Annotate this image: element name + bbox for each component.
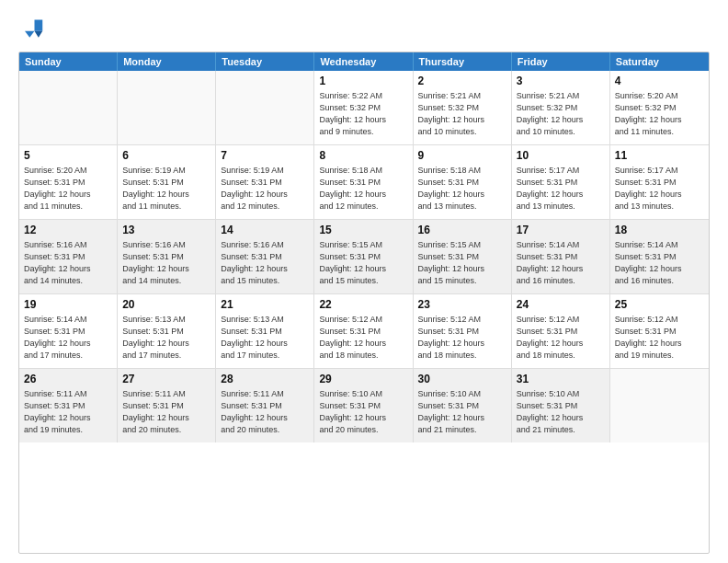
weekday-header-saturday: Saturday: [610, 52, 709, 71]
calendar: SundayMondayTuesdayWednesdayThursdayFrid…: [18, 52, 710, 554]
calendar-row-4: 19Sunrise: 5:14 AM Sunset: 5:31 PM Dayli…: [19, 294, 709, 369]
day-number: 7: [221, 149, 309, 162]
calendar-cell-6: 6Sunrise: 5:19 AM Sunset: 5:31 PM Daylig…: [118, 145, 216, 219]
calendar-cell-20: 20Sunrise: 5:13 AM Sunset: 5:31 PM Dayli…: [118, 294, 216, 368]
calendar-cell-9: 9Sunrise: 5:18 AM Sunset: 5:31 PM Daylig…: [414, 145, 512, 219]
day-info: Sunrise: 5:11 AM Sunset: 5:31 PM Dayligh…: [24, 388, 112, 436]
logo: [18, 17, 48, 42]
day-info: Sunrise: 5:20 AM Sunset: 5:32 PM Dayligh…: [615, 90, 704, 138]
calendar-row-3: 12Sunrise: 5:16 AM Sunset: 5:31 PM Dayli…: [19, 220, 709, 294]
day-number: 1: [319, 75, 407, 87]
day-number: 9: [418, 149, 506, 162]
day-number: 14: [221, 224, 309, 236]
day-number: 13: [122, 224, 210, 236]
svg-marker-0: [35, 20, 43, 31]
weekday-header-monday: Monday: [118, 52, 216, 71]
calendar-cell-12: 12Sunrise: 5:16 AM Sunset: 5:31 PM Dayli…: [19, 220, 118, 293]
calendar-cell-30: 30Sunrise: 5:10 AM Sunset: 5:31 PM Dayli…: [414, 369, 512, 442]
calendar-row-5: 26Sunrise: 5:11 AM Sunset: 5:31 PM Dayli…: [19, 369, 709, 442]
calendar-cell-7: 7Sunrise: 5:19 AM Sunset: 5:31 PM Daylig…: [216, 145, 314, 219]
calendar-cell-11: 11Sunrise: 5:17 AM Sunset: 5:31 PM Dayli…: [610, 145, 709, 219]
day-info: Sunrise: 5:15 AM Sunset: 5:31 PM Dayligh…: [418, 239, 506, 287]
day-number: 26: [24, 373, 112, 385]
day-number: 29: [319, 373, 407, 385]
calendar-cell-23: 23Sunrise: 5:12 AM Sunset: 5:31 PM Dayli…: [414, 294, 512, 368]
calendar-cell-empty: [19, 71, 118, 144]
day-number: 31: [517, 373, 605, 385]
day-info: Sunrise: 5:17 AM Sunset: 5:31 PM Dayligh…: [517, 165, 605, 213]
calendar-cell-8: 8Sunrise: 5:18 AM Sunset: 5:31 PM Daylig…: [314, 145, 413, 219]
day-info: Sunrise: 5:12 AM Sunset: 5:31 PM Dayligh…: [418, 314, 506, 362]
calendar-cell-22: 22Sunrise: 5:12 AM Sunset: 5:31 PM Dayli…: [314, 294, 413, 368]
calendar-cell-17: 17Sunrise: 5:14 AM Sunset: 5:31 PM Dayli…: [512, 220, 610, 293]
day-number: 28: [221, 373, 309, 385]
day-number: 11: [615, 149, 704, 162]
day-number: 8: [319, 149, 407, 162]
calendar-cell-28: 28Sunrise: 5:11 AM Sunset: 5:31 PM Dayli…: [216, 369, 314, 442]
day-number: 25: [615, 298, 704, 311]
calendar-cell-21: 21Sunrise: 5:13 AM Sunset: 5:31 PM Dayli…: [216, 294, 314, 368]
day-number: 6: [122, 149, 210, 162]
day-number: 5: [24, 149, 112, 162]
day-number: 10: [517, 149, 605, 162]
day-number: 2: [418, 75, 506, 87]
calendar-cell-4: 4Sunrise: 5:20 AM Sunset: 5:32 PM Daylig…: [610, 71, 709, 144]
day-number: 16: [418, 224, 506, 236]
day-info: Sunrise: 5:18 AM Sunset: 5:31 PM Dayligh…: [319, 165, 407, 213]
day-number: 23: [418, 298, 506, 311]
header: [18, 17, 710, 42]
day-info: Sunrise: 5:16 AM Sunset: 5:31 PM Dayligh…: [221, 239, 309, 287]
day-number: 3: [517, 75, 605, 87]
day-info: Sunrise: 5:11 AM Sunset: 5:31 PM Dayligh…: [221, 388, 309, 436]
day-info: Sunrise: 5:20 AM Sunset: 5:31 PM Dayligh…: [24, 165, 112, 213]
page: SundayMondayTuesdayWednesdayThursdayFrid…: [0, 0, 728, 563]
day-info: Sunrise: 5:19 AM Sunset: 5:31 PM Dayligh…: [221, 165, 309, 213]
weekday-header-friday: Friday: [512, 52, 610, 71]
calendar-cell-13: 13Sunrise: 5:16 AM Sunset: 5:31 PM Dayli…: [118, 220, 216, 293]
day-number: 12: [24, 224, 112, 236]
day-info: Sunrise: 5:10 AM Sunset: 5:31 PM Dayligh…: [517, 388, 605, 436]
day-info: Sunrise: 5:22 AM Sunset: 5:32 PM Dayligh…: [319, 90, 407, 138]
calendar-cell-31: 31Sunrise: 5:10 AM Sunset: 5:31 PM Dayli…: [512, 369, 610, 442]
day-info: Sunrise: 5:19 AM Sunset: 5:31 PM Dayligh…: [122, 165, 210, 213]
day-info: Sunrise: 5:18 AM Sunset: 5:31 PM Dayligh…: [418, 165, 506, 213]
day-info: Sunrise: 5:12 AM Sunset: 5:31 PM Dayligh…: [615, 314, 704, 362]
day-number: 15: [319, 224, 407, 236]
calendar-cell-16: 16Sunrise: 5:15 AM Sunset: 5:31 PM Dayli…: [414, 220, 512, 293]
day-number: 30: [418, 373, 506, 385]
day-number: 27: [122, 373, 210, 385]
day-info: Sunrise: 5:12 AM Sunset: 5:31 PM Dayligh…: [319, 314, 407, 362]
calendar-row-1: 1Sunrise: 5:22 AM Sunset: 5:32 PM Daylig…: [19, 71, 709, 145]
day-number: 21: [221, 298, 309, 311]
day-info: Sunrise: 5:11 AM Sunset: 5:31 PM Dayligh…: [122, 388, 210, 436]
day-info: Sunrise: 5:15 AM Sunset: 5:31 PM Dayligh…: [319, 239, 407, 287]
calendar-cell-empty: [216, 71, 314, 144]
day-number: 24: [517, 298, 605, 311]
calendar-row-2: 5Sunrise: 5:20 AM Sunset: 5:31 PM Daylig…: [19, 145, 709, 220]
calendar-cell-empty: [118, 71, 216, 144]
calendar-cell-empty: [610, 369, 709, 442]
day-info: Sunrise: 5:17 AM Sunset: 5:31 PM Dayligh…: [615, 165, 704, 213]
day-number: 19: [24, 298, 112, 311]
day-info: Sunrise: 5:13 AM Sunset: 5:31 PM Dayligh…: [122, 314, 210, 362]
day-info: Sunrise: 5:14 AM Sunset: 5:31 PM Dayligh…: [24, 314, 112, 362]
day-number: 20: [122, 298, 210, 311]
day-info: Sunrise: 5:13 AM Sunset: 5:31 PM Dayligh…: [221, 314, 309, 362]
day-info: Sunrise: 5:12 AM Sunset: 5:31 PM Dayligh…: [517, 314, 605, 362]
weekday-header-thursday: Thursday: [414, 52, 512, 71]
svg-marker-2: [25, 31, 35, 38]
day-info: Sunrise: 5:21 AM Sunset: 5:32 PM Dayligh…: [517, 90, 605, 138]
day-number: 4: [615, 75, 704, 87]
calendar-cell-18: 18Sunrise: 5:14 AM Sunset: 5:31 PM Dayli…: [610, 220, 709, 293]
day-info: Sunrise: 5:10 AM Sunset: 5:31 PM Dayligh…: [418, 388, 506, 436]
day-number: 18: [615, 224, 704, 236]
calendar-cell-2: 2Sunrise: 5:21 AM Sunset: 5:32 PM Daylig…: [414, 71, 512, 144]
calendar-cell-1: 1Sunrise: 5:22 AM Sunset: 5:32 PM Daylig…: [314, 71, 413, 144]
calendar-cell-24: 24Sunrise: 5:12 AM Sunset: 5:31 PM Dayli…: [512, 294, 610, 368]
day-number: 17: [517, 224, 605, 236]
calendar-cell-27: 27Sunrise: 5:11 AM Sunset: 5:31 PM Dayli…: [118, 369, 216, 442]
calendar-cell-10: 10Sunrise: 5:17 AM Sunset: 5:31 PM Dayli…: [512, 145, 610, 219]
calendar-cell-15: 15Sunrise: 5:15 AM Sunset: 5:31 PM Dayli…: [314, 220, 413, 293]
calendar-body: 1Sunrise: 5:22 AM Sunset: 5:32 PM Daylig…: [19, 71, 709, 442]
calendar-cell-26: 26Sunrise: 5:11 AM Sunset: 5:31 PM Dayli…: [19, 369, 118, 442]
